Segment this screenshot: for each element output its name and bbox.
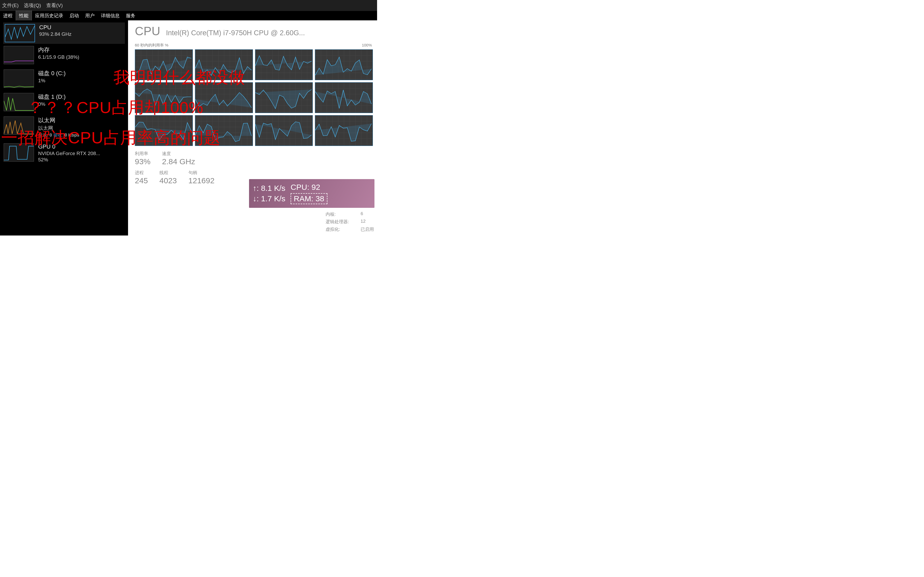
tab-详细信息[interactable]: 详细信息 <box>98 11 123 20</box>
info-row: 虚拟化:已启用 <box>326 226 374 232</box>
sidebar-item-gpu[interactable]: GPU 0 NVIDIA GeForce RTX 208... 52% <box>4 142 124 165</box>
tab-bar: 进程性能应用历史记录启动用户详细信息服务 <box>0 11 377 20</box>
stat-进程: 进程245 <box>135 170 148 185</box>
net-download: ↓: 1.7 K/s <box>253 194 285 203</box>
sb-sub: 93% 2.84 GHz <box>39 31 72 37</box>
cpu-core-2 <box>255 49 313 80</box>
tab-性能[interactable]: 性能 <box>16 11 32 21</box>
net-upload: ↑: 8.1 K/s <box>253 184 285 193</box>
sb-title: CPU <box>39 24 72 31</box>
cpu-core-4 <box>135 82 193 113</box>
cpu-core-0 <box>135 49 193 80</box>
menu-view[interactable]: 查看(V) <box>46 2 63 9</box>
cpu-core-1 <box>195 49 253 80</box>
chart-label-left: 60 秒内的利用率 % <box>135 43 168 48</box>
tab-服务[interactable]: 服务 <box>123 11 139 20</box>
sidebar-item-disk0[interactable]: 磁盘 0 (C:) 1% <box>4 68 124 90</box>
sb-title: 磁盘 1 (D:) <box>38 93 66 101</box>
mini-graph-cpu <box>5 24 35 42</box>
main-panel: CPU Intel(R) Core(TM) i7-9750H CPU @ 2.6… <box>128 20 377 235</box>
cpu-core-5 <box>195 82 253 113</box>
info-row: 逻辑处理器:12 <box>326 219 374 225</box>
cpu-core-7 <box>315 82 373 113</box>
sb-title: GPU 0 <box>38 143 100 150</box>
sb-sub: NVIDIA GeForce RTX 208... <box>38 151 100 156</box>
cpu-model: Intel(R) Core(TM) i7-9750H CPU @ 2.60G..… <box>166 29 305 37</box>
cpu-core-8 <box>135 115 193 146</box>
cpu-info-list: 内核:6逻辑处理器:12虚拟化:已启用 <box>326 211 374 234</box>
tab-应用历史记录[interactable]: 应用历史记录 <box>32 11 66 20</box>
stat-线程: 线程4023 <box>159 170 177 185</box>
mini-graph-gpu <box>4 143 34 161</box>
menu-file[interactable]: 文件(E) <box>2 2 19 9</box>
cpu-core-3 <box>315 49 373 80</box>
sb-title: 内存 <box>38 46 79 54</box>
sb-sub: 以太网 <box>38 125 79 132</box>
net-ram: RAM: 38 <box>291 193 328 204</box>
sb-title: 磁盘 0 (C:) <box>38 69 66 77</box>
menu-options[interactable]: 选项(Q) <box>24 2 41 9</box>
sb-sub: 1% <box>38 78 66 84</box>
sidebar-item-mem[interactable]: 内存 6.1/15.9 GB (38%) <box>4 45 124 67</box>
sb-title: 以太网 <box>38 116 79 124</box>
stat-速度: 速度2.84 GHz <box>162 151 195 166</box>
tab-用户[interactable]: 用户 <box>82 11 98 20</box>
cpu-core-6 <box>255 82 313 113</box>
net-rates: 发送: 0 接收: 0 Kbps <box>38 132 79 138</box>
sb-sub: 0% <box>38 101 66 107</box>
stat-利用率: 利用率93% <box>135 151 150 166</box>
sidebar-item-disk1[interactable]: 磁盘 1 (D:) 0% <box>4 92 124 114</box>
menu-bar: 文件(E) 选项(Q) 查看(V) <box>0 0 377 11</box>
chart-label-right: 100% <box>362 43 372 48</box>
tab-进程[interactable]: 进程 <box>0 11 16 20</box>
cpu-core-9 <box>195 115 253 146</box>
sidebar-item-cpu[interactable]: CPU 93% 2.84 GHz <box>3 23 125 44</box>
info-row: 内核:6 <box>326 211 374 217</box>
network-monitor-overlay: ↑: 8.1 K/s ↓: 1.7 K/s CPU: 92 RAM: 38 <box>249 179 375 208</box>
cpu-core-10 <box>255 115 313 146</box>
mini-graph-mem <box>4 46 34 64</box>
cpu-core-grid <box>135 49 373 146</box>
mini-graph-eth <box>4 116 34 135</box>
cpu-core-11 <box>315 115 373 146</box>
sidebar-item-eth[interactable]: 以太网 以太网 发送: 0 接收: 0 Kbps <box>4 115 124 141</box>
sb-sub: 6.1/15.9 GB (38%) <box>38 54 79 60</box>
main-title: CPU <box>135 24 160 38</box>
sidebar: CPU 93% 2.84 GHz 内存 6.1/15.9 GB (38%) 磁盘… <box>0 20 128 235</box>
net-cpu: CPU: 92 <box>291 183 328 192</box>
stat-句柄: 句柄121692 <box>188 170 215 185</box>
tab-启动[interactable]: 启动 <box>66 11 82 20</box>
mini-graph-disk1 <box>4 93 34 111</box>
mini-graph-disk0 <box>4 69 34 88</box>
